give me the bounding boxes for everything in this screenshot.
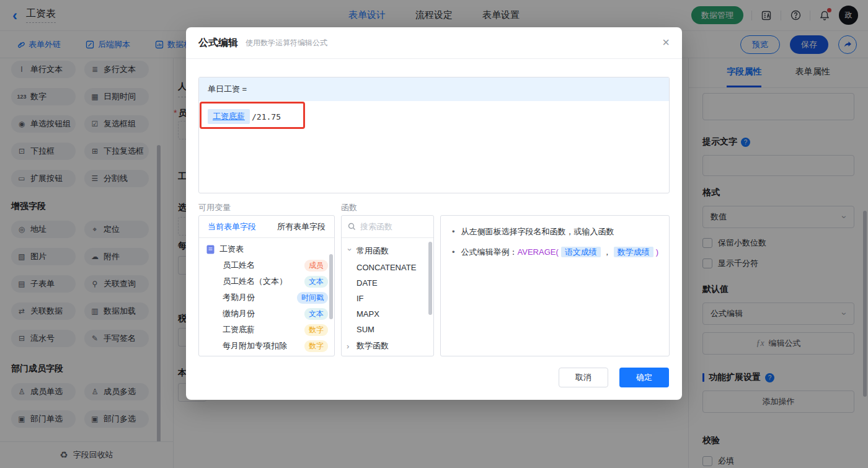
- formula-target: 单日工资 =: [199, 77, 669, 101]
- bullet-icon: [452, 226, 455, 238]
- function-group-math[interactable]: 数学函数: [342, 337, 433, 355]
- functions-scrollbar[interactable]: [428, 242, 432, 315]
- example-function-open: AVERAGE(: [518, 247, 559, 257]
- variable-item-partial: [199, 354, 334, 356]
- type-badge: 文本: [304, 308, 328, 320]
- tab-all-form-fields[interactable]: 所有表单字段: [277, 221, 326, 232]
- functions-panel: 常用函数 CONCATENATE DATE IF MAPX SUM 数学函数 文…: [341, 215, 434, 356]
- variable-item[interactable]: 每月附加专项扣除数字: [199, 338, 334, 354]
- document-icon: [206, 245, 215, 254]
- function-group-text[interactable]: 文本函数: [342, 355, 433, 356]
- confirm-button[interactable]: 确定: [619, 368, 669, 387]
- example-field-chip: 语文成绩: [561, 247, 601, 257]
- field-chip[interactable]: 工资底薪: [208, 109, 250, 124]
- help-text: 从左侧面板选择字段名和函数，或输入函数: [461, 226, 614, 238]
- type-badge: 成员: [304, 260, 328, 272]
- function-item[interactable]: CONCATENATE: [342, 260, 433, 275]
- function-item[interactable]: IF: [342, 291, 433, 306]
- variable-item[interactable]: 缴纳月份文本: [199, 306, 334, 322]
- type-badge: 时间戳: [297, 292, 328, 304]
- example-field-chip: 数学成绩: [614, 247, 653, 257]
- cancel-button[interactable]: 取消: [559, 368, 608, 387]
- chevron-right-icon: [347, 342, 353, 351]
- variables-scrollbar[interactable]: [329, 254, 333, 319]
- function-group-common[interactable]: 常用函数: [342, 242, 433, 260]
- function-search[interactable]: [342, 216, 433, 238]
- formula-editor: 单日工资 = 工资底薪 /21.75: [198, 77, 670, 193]
- variables-panel: 当前表单字段 所有表单字段 工资表 员工姓名成员 员工姓名（文本）文本 考勤月份…: [198, 215, 335, 356]
- function-item[interactable]: MAPX: [342, 306, 433, 322]
- function-search-input[interactable]: [360, 222, 422, 231]
- variable-item[interactable]: 考勤月份时间戳: [199, 289, 334, 306]
- type-badge: 文本: [304, 276, 328, 288]
- function-item[interactable]: DATE: [342, 275, 433, 291]
- modal-title: 公式编辑: [198, 37, 238, 50]
- formula-expression: /21.75: [252, 112, 281, 121]
- formula-expression-area[interactable]: 工资底薪 /21.75: [199, 101, 669, 132]
- variable-item[interactable]: 工资底薪数字: [199, 322, 334, 338]
- close-icon[interactable]: ×: [662, 36, 670, 48]
- type-badge: 数字: [304, 324, 328, 336]
- formula-help-panel: 从左侧面板选择字段名和函数，或输入函数 公式编辑举例：AVERAGE(语文成绩，…: [440, 215, 670, 356]
- variable-item[interactable]: 员工姓名成员: [199, 257, 334, 273]
- tab-current-form-fields[interactable]: 当前表单字段: [208, 221, 256, 232]
- modal-subtitle: 使用数学运算符编辑公式: [246, 38, 327, 48]
- formula-editor-modal: 公式编辑 使用数学运算符编辑公式 × 单日工资 = 工资底薪 /21.75 可用…: [186, 27, 682, 400]
- help-example: 公式编辑举例：AVERAGE(语文成绩，数学成绩): [461, 246, 659, 258]
- type-badge: 数字: [304, 340, 328, 352]
- form-tree-root[interactable]: 工资表: [199, 238, 334, 257]
- chevron-down-icon: [345, 248, 355, 254]
- variables-label: 可用变量: [198, 202, 231, 213]
- search-icon: [348, 223, 356, 231]
- bullet-icon: [452, 246, 455, 258]
- example-function-close: ): [656, 247, 658, 257]
- function-item[interactable]: SUM: [342, 322, 433, 337]
- variable-item[interactable]: 员工姓名（文本）文本: [199, 273, 334, 289]
- functions-label: 函数: [341, 202, 357, 213]
